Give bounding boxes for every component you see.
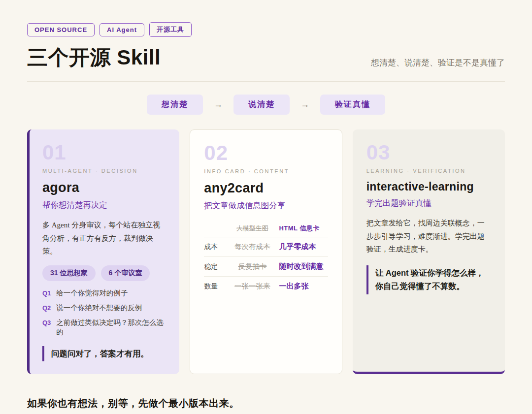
card-tagline: 把文章做成信息图分享 [204, 200, 328, 211]
comparison-table: 大模型生图 HTML 信息卡 成本 每次有成本 几乎零成本 稳定 反复抽卡 随时… [204, 221, 328, 296]
chip-rooms: 6个审议室 [101, 265, 150, 281]
row-label: 稳定 [204, 262, 229, 271]
comparison-row-stability: 稳定 反复抽卡 随时改到满意 [204, 257, 328, 277]
badge-row: OPEN SOURCE AI Agent 开源工具 [27, 22, 505, 37]
chip-value: 6 [109, 269, 113, 277]
question-text: 之前做过类似决定吗？那次怎么选的 [56, 318, 166, 337]
page-title: 三个开源 Skill [27, 44, 161, 71]
row-new-value: 几乎零成本 [276, 242, 328, 252]
page-subtitle: 想清楚、说清楚、验证是不是真懂了 [371, 57, 505, 71]
question-label: Q3 [42, 319, 51, 326]
question-list: Q1 给一个你觉得对的例子 Q2 说一个你绝对不想要的反例 Q3 之前做过类似决… [42, 288, 166, 337]
card-tagline: 帮你想清楚再决定 [42, 200, 166, 211]
row-label: 成本 [204, 243, 229, 252]
question-text: 给一个你觉得对的例子 [56, 288, 128, 298]
row-label: 数量 [204, 282, 229, 291]
card-grid: 01 MULTI-AGENT · DECISION agora 帮你想清楚再决定… [27, 129, 505, 374]
row-old-value: 反复抽卡 [229, 262, 276, 271]
card-number: 01 [42, 142, 166, 163]
question-row: Q1 给一个你觉得对的例子 [42, 288, 166, 298]
arrow-right-icon: → [300, 99, 309, 110]
comparison-row-cost: 成本 每次有成本 几乎零成本 [204, 237, 328, 257]
chip-value: 31 [50, 269, 58, 277]
question-row: Q2 说一个你绝对不想要的反例 [42, 303, 166, 313]
row-new-value: 一出多张 [276, 282, 328, 291]
card-name: agora [42, 180, 166, 195]
card-name: any2card [204, 181, 328, 196]
arrow-right-icon: → [214, 99, 223, 110]
card-kicker: MULTI-AGENT · DECISION [42, 168, 166, 174]
chip-label: 位思想家 [60, 269, 88, 277]
badge-open-tools: 开源工具 [149, 22, 192, 37]
row-new-value: 随时改到满意 [276, 262, 328, 271]
closing-message: 如果你也有想法，别等，先做个最小版本出来。 [27, 397, 505, 410]
card-quote: 问题问对了，答案才有用。 [42, 346, 166, 361]
infographic-page: OPEN SOURCE AI Agent 开源工具 三个开源 Skill 想清楚… [0, 0, 532, 414]
card-body: 把文章发给它，找周边关联概念，一步步引导学习，难度渐进。学完出题验证，生成进度卡… [366, 217, 491, 256]
question-label: Q2 [42, 304, 51, 312]
card-name: interactive-learning [366, 180, 491, 193]
card-agora: 01 MULTI-AGENT · DECISION agora 帮你想清楚再决定… [27, 129, 179, 374]
question-label: Q1 [42, 289, 51, 297]
comparison-header-new: HTML 信息卡 [276, 224, 328, 233]
badge-ai-agent: AI Agent [100, 23, 144, 36]
question-row: Q3 之前做过类似决定吗？那次怎么选的 [42, 318, 166, 337]
badge-open-source: OPEN SOURCE [27, 23, 95, 36]
comparison-header-old: 大模型生图 [229, 224, 276, 233]
header: 三个开源 Skill 想清楚、说清楚、验证是不是真懂了 [27, 44, 505, 71]
chip-label: 个审议室 [114, 269, 142, 277]
card-body: 多 Agent 分身审议，每个站在独立视角分析，有正方有反方，裁判做决策。 [42, 219, 166, 258]
header-divider [27, 81, 505, 82]
card-interactive-learning: 03 LEARNING · VERIFICATION interactive-l… [353, 129, 505, 374]
card-kicker: LEARNING · VERIFICATION [366, 168, 491, 174]
row-old-value: 每次有成本 [229, 242, 276, 252]
comparison-row-quantity: 数量 一张一张来 一出多张 [204, 277, 328, 296]
stat-chips: 31位思想家 6个审议室 [42, 265, 166, 281]
card-kicker: INFO CARD · CONTENT [204, 168, 328, 174]
comparison-header-row: 大模型生图 HTML 信息卡 [204, 221, 328, 237]
card-number: 02 [204, 143, 328, 163]
flow-step-think: 想清楚 [147, 95, 203, 115]
flow-diagram: 想清楚 → 说清楚 → 验证真懂 [27, 95, 505, 115]
row-old-value: 一张一张来 [229, 282, 276, 291]
question-text: 说一个你绝对不想要的反例 [56, 303, 142, 313]
card-any2card: 02 INFO CARD · CONTENT any2card 把文章做成信息图… [190, 129, 342, 374]
card-tagline: 学完出题验证真懂 [366, 198, 491, 209]
card-number: 03 [366, 142, 491, 163]
chip-thinkers: 31位思想家 [42, 265, 96, 281]
card-quote: 让 Agent 验证你学得怎么样，你自己觉得懂了不算数。 [366, 265, 491, 294]
flow-step-say: 说清楚 [233, 95, 290, 115]
flow-step-verify: 验证真懂 [320, 95, 385, 115]
